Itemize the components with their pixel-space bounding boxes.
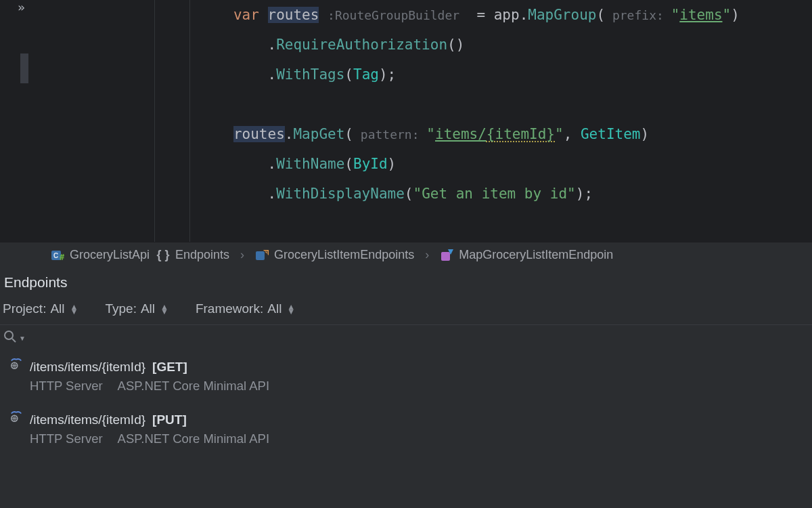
code-line[interactable]: 18 .RequireAuthorization() [0, 30, 812, 60]
tok-string: items/ [435, 126, 487, 142]
breadcrumb-label: GroceryListApi [70, 248, 150, 262]
search-icon [3, 329, 18, 344]
filter-value: All [267, 301, 281, 316]
code-line[interactable]: 20 [0, 89, 812, 119]
breadcrumb-label: MapGroceryListItemEndpoin [459, 248, 613, 262]
endpoint-icon [9, 410, 23, 423]
endpoint-framework: ASP.NET Core Minimal API [118, 379, 269, 394]
tok-inlay-hint: :RouteGroupBuilder [328, 8, 459, 22]
code-line[interactable]: 24 [0, 209, 812, 238]
filter-label: Framework: [196, 301, 263, 316]
code-line[interactable]: 23 .WithDisplayName("Get an item by id")… [0, 179, 812, 209]
endpoint-list: /items/items/{itemId} [GET] HTTP Server … [0, 350, 812, 446]
sort-updown-icon: ▲▼ [160, 304, 168, 314]
tok-arg: Tag [353, 66, 379, 83]
tok-method: WithDisplayName [276, 186, 405, 202]
tok-keyword: var [233, 7, 259, 23]
breadcrumb-class[interactable]: GroceryListItemEndpoints [255, 248, 414, 262]
toolwindow-title: Endpoints [0, 268, 812, 301]
endpoints-toolwindow: Endpoints Project: All ▲▼ Type: All ▲▼ F… [0, 268, 812, 508]
endpoint-server: HTTP Server [30, 379, 103, 394]
breadcrumb-namespace[interactable]: { } Endpoints [156, 248, 229, 262]
endpoint-item[interactable]: /items/items/{itemId} [GET] HTTP Server … [9, 357, 811, 394]
tok-inlay-hint: pattern: [353, 127, 426, 142]
sort-updown-icon: ▲▼ [70, 304, 78, 314]
editor-gutter[interactable]: » [0, 0, 88, 242]
filter-value: All [141, 301, 155, 316]
svg-line-8 [12, 339, 16, 342]
endpoint-item[interactable]: /items/items/{itemId} [PUT] HTTP Server … [9, 410, 811, 446]
tok-inlay-hint: prefix: [605, 8, 671, 22]
code-line[interactable]: 21 routes.MapGet( pattern: "items/{itemI… [0, 119, 812, 149]
filter-value: All [50, 301, 64, 316]
endpoint-path: /items/items/{itemId} [30, 360, 145, 375]
tok-method: MapGet [293, 126, 344, 142]
endpoint-verb: [PUT] [152, 412, 187, 427]
svg-rect-5 [441, 252, 450, 261]
breadcrumb-project[interactable]: # C GroceryListApi [51, 248, 150, 262]
filter-type[interactable]: Type: All ▲▼ [105, 301, 168, 316]
sort-updown-icon: ▲▼ [287, 304, 295, 314]
tok-method: RequireAuthorization [276, 37, 447, 53]
gutter-bookmark-stripe [20, 54, 28, 83]
breadcrumb-label: GroceryListItemEndpoints [274, 248, 414, 262]
tok-method: MapGroup [528, 7, 596, 23]
method-icon [440, 249, 453, 262]
tok-string: items [679, 7, 722, 23]
braces-icon: { } [156, 249, 170, 262]
breadcrumb-separator-icon: › [236, 248, 248, 262]
breadcrumb-separator-icon: › [421, 248, 433, 262]
svg-text:C: C [53, 252, 58, 259]
class-icon [255, 249, 269, 262]
tok-arg: GetItem [581, 126, 641, 142]
filter-label: Type: [105, 301, 136, 316]
tok-string: Get an item by id [422, 186, 567, 202]
toolwindow-search-bar[interactable]: ▼ [0, 324, 812, 350]
code-line[interactable]: 19 .WithTags(Tag); [0, 60, 812, 89]
code-line[interactable]: 22 .WithName(ById) [0, 149, 812, 179]
tok-identifier-highlight: routes [233, 126, 285, 142]
tok-arg: ById [353, 156, 388, 172]
tok-string-warn: {itemId} [487, 126, 555, 142]
dropdown-caret-icon[interactable]: ▼ [19, 335, 26, 342]
filter-framework[interactable]: Framework: All ▲▼ [196, 301, 295, 316]
toolwindow-filter-bar: Project: All ▲▼ Type: All ▲▼ Framework: … [0, 301, 812, 324]
endpoint-server: HTTP Server [30, 431, 103, 446]
breadcrumb-label: Endpoints [175, 248, 229, 262]
tok-method: WithName [276, 156, 344, 172]
svg-point-7 [5, 331, 13, 339]
filter-label: Project: [3, 301, 46, 316]
code-line[interactable]: 17 var routes :RouteGroupBuilder = app.M… [0, 0, 812, 30]
endpoint-path: /items/items/{itemId} [30, 412, 145, 427]
tok-identifier-highlight: routes [268, 7, 319, 23]
csharp-file-icon: # C [51, 249, 64, 262]
endpoint-icon [9, 357, 23, 371]
svg-rect-3 [256, 251, 265, 260]
filter-project[interactable]: Project: All ▲▼ [3, 301, 78, 316]
code-editor[interactable]: » 17 var routes :RouteGroupBuilder = app… [0, 0, 812, 242]
breadcrumbs-bar: # C GroceryListApi { } Endpoints › Groce… [0, 242, 812, 268]
svg-text:#: # [60, 253, 64, 262]
tok-method: WithTags [276, 66, 344, 83]
endpoint-verb: [GET] [152, 360, 187, 375]
endpoint-framework: ASP.NET Core Minimal API [118, 431, 269, 446]
breadcrumb-method[interactable]: MapGroceryListItemEndpoin [440, 248, 613, 262]
expand-chevrons-icon[interactable]: » [18, 0, 22, 14]
